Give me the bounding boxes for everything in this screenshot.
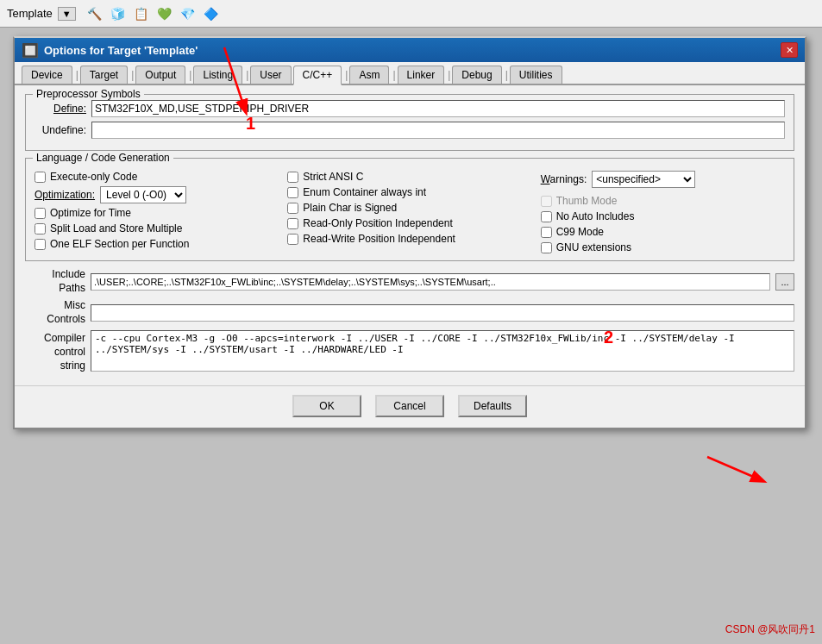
warnings-row: Warnings: <unspecified> All Warnings No … <box>541 171 785 188</box>
tab-asm[interactable]: Asm <box>349 66 389 84</box>
language-title: Language / Code Generation <box>33 152 173 164</box>
tab-utilities[interactable]: Utilities <box>510 66 562 84</box>
thumb-mode-checkbox[interactable] <box>541 196 552 207</box>
lang-section: Execute-only Code Optimization: Level 0 … <box>35 171 785 253</box>
strict-ansi-row: Strict ANSI C <box>287 171 531 183</box>
dialog-title-icon: 🔲 <box>22 42 39 59</box>
dialog-title-area: 🔲 Options for Target 'Template' <box>22 42 198 59</box>
warnings-label: Warnings: <box>541 173 587 185</box>
thumb-mode-row: Thumb Mode <box>541 195 785 207</box>
cancel-button[interactable]: Cancel <box>375 395 444 417</box>
include-paths-label: Include Paths <box>25 268 85 295</box>
toolbar-template-label: Template <box>7 7 53 20</box>
one-elf-label: One ELF Section per Function <box>50 238 189 250</box>
include-paths-input[interactable] <box>91 273 770 291</box>
c99-mode-checkbox[interactable] <box>541 227 552 238</box>
toolbar-icon-5[interactable]: 💎 <box>178 3 198 24</box>
toolbar-dropdown[interactable]: ▼ <box>58 7 76 21</box>
tab-linker[interactable]: Linker <box>398 66 445 84</box>
dialog-titlebar: 🔲 Options for Target 'Template' ✕ <box>15 38 805 62</box>
optimize-time-checkbox[interactable] <box>35 208 46 219</box>
define-label: Define: <box>35 103 86 115</box>
optimize-time-label: Optimize for Time <box>50 207 131 219</box>
execute-only-checkbox[interactable] <box>35 172 46 183</box>
tab-user[interactable]: User <box>250 66 291 84</box>
one-elf-checkbox[interactable] <box>35 239 46 250</box>
execute-only-row: Execute-only Code <box>35 171 279 183</box>
tab-ccpp[interactable]: C/C++ <box>293 66 342 85</box>
enum-container-label: Enum Container always int <box>303 186 426 198</box>
undefine-row: Undefine: <box>35 122 785 139</box>
tab-listing[interactable]: Listing <box>193 66 242 84</box>
optimization-row: Optimization: Level 0 (-O0) <box>35 186 279 203</box>
undefine-input[interactable] <box>91 122 785 139</box>
dialog-close-button[interactable]: ✕ <box>781 42 798 58</box>
no-auto-includes-checkbox[interactable] <box>541 211 552 222</box>
readonly-pos-checkbox[interactable] <box>287 218 298 229</box>
toolbar-icon-2[interactable]: 🧊 <box>108 3 129 24</box>
toolbar-icon-4[interactable]: 💚 <box>154 3 175 24</box>
gnu-extensions-checkbox[interactable] <box>541 242 552 253</box>
dialog-content: Preprocessor Symbols Define: Undefine: L… <box>15 85 805 385</box>
plain-char-row: Plain Char is Signed <box>287 202 531 214</box>
optimization-select[interactable]: Level 0 (-O0) <box>100 186 186 203</box>
defaults-button[interactable]: Defaults <box>458 395 527 417</box>
compiler-control-textarea[interactable]: -c --cpu Cortex-M3 -g -O0 --apcs=interwo… <box>91 330 794 372</box>
svg-line-2 <box>707 457 763 481</box>
watermark: CSDN @风吹同丹1 <box>725 622 815 637</box>
warnings-select[interactable]: <unspecified> All Warnings No Warnings <box>592 171 695 188</box>
toolbar-icon-group: 🔨 🧊 📋 💚 💎 🔷 <box>85 3 222 24</box>
include-paths-browse-button[interactable]: ... <box>775 273 794 291</box>
compiler-control-row: Compiler control string -c --cpu Cortex-… <box>25 330 794 372</box>
split-load-checkbox[interactable] <box>35 223 46 234</box>
no-auto-includes-row: No Auto Includes <box>541 210 785 222</box>
undefine-label: Undefine: <box>35 124 86 136</box>
strict-ansi-checkbox[interactable] <box>287 172 298 183</box>
preprocessor-group: Preprocessor Symbols Define: Undefine: <box>25 94 794 151</box>
misc-controls-input[interactable] <box>91 304 794 322</box>
one-elf-row: One ELF Section per Function <box>35 238 279 250</box>
readonly-pos-row: Read-Only Position Independent <box>287 217 531 229</box>
readwrite-pos-row: Read-Write Position Independent <box>287 233 531 245</box>
thumb-mode-label: Thumb Mode <box>556 195 618 207</box>
tab-output[interactable]: Output <box>135 66 185 84</box>
define-input[interactable] <box>91 100 785 117</box>
language-group: Language / Code Generation Execute-only … <box>25 158 794 261</box>
toolbar-icon-1[interactable]: 🔨 <box>85 3 105 24</box>
include-paths-row: Include Paths ... <box>25 268 794 295</box>
enum-container-row: Enum Container always int <box>287 186 531 198</box>
misc-controls-row: Misc Controls <box>25 299 794 326</box>
split-load-row: Split Load and Store Multiple <box>35 222 279 234</box>
split-load-label: Split Load and Store Multiple <box>50 222 182 234</box>
plain-char-checkbox[interactable] <box>287 203 298 214</box>
tab-target[interactable]: Target <box>80 66 128 84</box>
dialog-buttons: OK Cancel Defaults <box>15 385 805 428</box>
toolbar-icon-6[interactable]: 🔷 <box>201 3 222 24</box>
enum-container-checkbox[interactable] <box>287 187 298 198</box>
c99-mode-row: C99 Mode <box>541 226 785 238</box>
preprocessor-title: Preprocessor Symbols <box>33 88 144 100</box>
readwrite-pos-label: Read-Write Position Independent <box>303 233 455 245</box>
strict-ansi-label: Strict ANSI C <box>303 171 363 183</box>
lang-col-2: Strict ANSI C Enum Container always int … <box>287 171 531 253</box>
no-auto-includes-label: No Auto Includes <box>556 210 635 222</box>
toolbar: Template ▼ 🔨 🧊 📋 💚 💎 🔷 <box>0 0 822 28</box>
misc-controls-label: Misc Controls <box>25 299 85 326</box>
dialog-title-text: Options for Target 'Template' <box>44 44 198 57</box>
readonly-pos-label: Read-Only Position Independent <box>303 217 452 229</box>
readwrite-pos-checkbox[interactable] <box>287 234 298 245</box>
toolbar-icon-3[interactable]: 📋 <box>131 3 152 24</box>
execute-only-label: Execute-only Code <box>50 171 137 183</box>
right-col-checks: Thumb Mode No Auto Includes C99 Mode <box>541 195 785 253</box>
optimization-label: Optimization: <box>35 189 95 201</box>
tab-device[interactable]: Device <box>22 66 72 84</box>
gnu-extensions-label: GNU extensions <box>556 241 631 253</box>
c99-mode-label: C99 Mode <box>556 226 604 238</box>
ok-button[interactable]: OK <box>292 395 361 417</box>
define-row: Define: <box>35 100 785 117</box>
tabs-bar: Device | Target | Output | Listing | Use… <box>15 62 805 85</box>
gnu-extensions-row: GNU extensions <box>541 241 785 253</box>
lang-col-1: Execute-only Code Optimization: Level 0 … <box>35 171 279 253</box>
tab-debug[interactable]: Debug <box>452 66 501 84</box>
plain-char-label: Plain Char is Signed <box>303 202 397 214</box>
